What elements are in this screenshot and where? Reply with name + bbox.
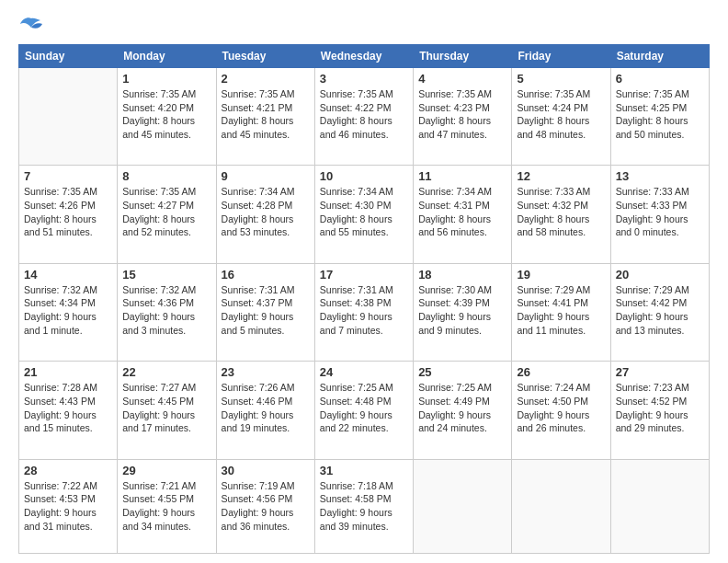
day-number: 29 xyxy=(122,464,210,477)
calendar-cell: 19Sunrise: 7:29 AMSunset: 4:41 PMDayligh… xyxy=(512,263,610,361)
calendar-week-row: 28Sunrise: 7:22 AMSunset: 4:53 PMDayligh… xyxy=(19,459,710,554)
calendar-cell: 10Sunrise: 7:34 AMSunset: 4:30 PMDayligh… xyxy=(314,166,413,263)
calendar-week-row: 1Sunrise: 7:35 AMSunset: 4:20 PMDaylight… xyxy=(19,68,710,166)
calendar-cell: 17Sunrise: 7:31 AMSunset: 4:38 PMDayligh… xyxy=(314,263,413,361)
day-info: Sunrise: 7:19 AMSunset: 4:56 PMDaylight:… xyxy=(222,479,310,534)
day-info: Sunrise: 7:33 AMSunset: 4:32 PMDaylight:… xyxy=(517,185,605,239)
day-info: Sunrise: 7:34 AMSunset: 4:28 PMDaylight:… xyxy=(222,185,310,239)
calendar-cell: 18Sunrise: 7:30 AMSunset: 4:39 PMDayligh… xyxy=(414,263,512,361)
day-info: Sunrise: 7:22 AMSunset: 4:53 PMDaylight:… xyxy=(24,479,112,534)
calendar-cell: 7Sunrise: 7:35 AMSunset: 4:26 PMDaylight… xyxy=(19,166,118,263)
calendar-week-row: 14Sunrise: 7:32 AMSunset: 4:34 PMDayligh… xyxy=(19,263,710,361)
calendar-cell: 24Sunrise: 7:25 AMSunset: 4:48 PMDayligh… xyxy=(314,362,413,459)
day-info: Sunrise: 7:31 AMSunset: 4:38 PMDaylight:… xyxy=(320,283,408,338)
calendar-cell: 4Sunrise: 7:35 AMSunset: 4:23 PMDaylight… xyxy=(414,68,512,166)
calendar-cell xyxy=(19,68,118,166)
day-info: Sunrise: 7:33 AMSunset: 4:33 PMDaylight:… xyxy=(616,185,704,239)
day-info: Sunrise: 7:35 AMSunset: 4:27 PMDaylight:… xyxy=(122,185,210,239)
day-info: Sunrise: 7:35 AMSunset: 4:20 PMDaylight:… xyxy=(122,87,210,142)
calendar-cell: 15Sunrise: 7:32 AMSunset: 4:36 PMDayligh… xyxy=(118,263,216,361)
calendar-cell: 29Sunrise: 7:21 AMSunset: 4:55 PMDayligh… xyxy=(118,459,216,554)
day-info: Sunrise: 7:35 AMSunset: 4:26 PMDaylight:… xyxy=(24,185,112,239)
calendar-cell xyxy=(512,459,610,554)
day-info: Sunrise: 7:31 AMSunset: 4:37 PMDaylight:… xyxy=(222,283,310,338)
day-number: 24 xyxy=(320,365,408,379)
day-number: 16 xyxy=(222,268,310,282)
calendar-cell: 20Sunrise: 7:29 AMSunset: 4:42 PMDayligh… xyxy=(610,263,709,361)
calendar-table: SundayMondayTuesdayWednesdayThursdayFrid… xyxy=(18,44,710,554)
day-info: Sunrise: 7:32 AMSunset: 4:36 PMDaylight:… xyxy=(122,283,210,338)
page: SundayMondayTuesdayWednesdayThursdayFrid… xyxy=(0,0,728,563)
calendar-cell: 31Sunrise: 7:18 AMSunset: 4:58 PMDayligh… xyxy=(314,459,413,554)
calendar-cell: 1Sunrise: 7:35 AMSunset: 4:20 PMDaylight… xyxy=(118,68,216,166)
day-number: 9 xyxy=(222,169,310,183)
calendar-cell: 21Sunrise: 7:28 AMSunset: 4:43 PMDayligh… xyxy=(19,362,118,459)
day-info: Sunrise: 7:35 AMSunset: 4:25 PMDaylight:… xyxy=(616,87,704,142)
day-info: Sunrise: 7:18 AMSunset: 4:58 PMDaylight:… xyxy=(320,479,408,534)
day-info: Sunrise: 7:35 AMSunset: 4:22 PMDaylight:… xyxy=(320,87,408,142)
weekday-header-wednesday: Wednesday xyxy=(314,45,413,68)
day-number: 3 xyxy=(320,72,408,86)
day-number: 26 xyxy=(517,365,605,379)
calendar-cell: 11Sunrise: 7:34 AMSunset: 4:31 PMDayligh… xyxy=(414,166,512,263)
calendar-week-row: 7Sunrise: 7:35 AMSunset: 4:26 PMDaylight… xyxy=(19,166,710,263)
day-info: Sunrise: 7:32 AMSunset: 4:34 PMDaylight:… xyxy=(24,283,112,338)
calendar-cell: 22Sunrise: 7:27 AMSunset: 4:45 PMDayligh… xyxy=(118,362,216,459)
day-number: 15 xyxy=(122,268,210,282)
day-info: Sunrise: 7:29 AMSunset: 4:41 PMDaylight:… xyxy=(517,283,605,338)
day-number: 30 xyxy=(222,464,310,477)
day-number: 28 xyxy=(24,464,112,477)
calendar-cell: 26Sunrise: 7:24 AMSunset: 4:50 PMDayligh… xyxy=(512,362,610,459)
calendar-cell: 25Sunrise: 7:25 AMSunset: 4:49 PMDayligh… xyxy=(414,362,512,459)
day-number: 18 xyxy=(418,268,506,282)
day-info: Sunrise: 7:24 AMSunset: 4:50 PMDaylight:… xyxy=(517,381,605,435)
calendar-cell: 8Sunrise: 7:35 AMSunset: 4:27 PMDaylight… xyxy=(118,166,216,263)
day-info: Sunrise: 7:35 AMSunset: 4:24 PMDaylight:… xyxy=(517,87,605,142)
day-number: 6 xyxy=(616,72,704,86)
calendar-cell: 14Sunrise: 7:32 AMSunset: 4:34 PMDayligh… xyxy=(19,263,118,361)
day-number: 31 xyxy=(320,464,408,477)
logo-icon xyxy=(18,15,44,35)
day-info: Sunrise: 7:35 AMSunset: 4:21 PMDaylight:… xyxy=(222,87,310,142)
logo xyxy=(18,15,48,35)
day-number: 19 xyxy=(517,268,605,282)
day-number: 13 xyxy=(616,169,704,183)
calendar-cell: 23Sunrise: 7:26 AMSunset: 4:46 PMDayligh… xyxy=(216,362,314,459)
day-number: 20 xyxy=(616,268,704,282)
weekday-header-saturday: Saturday xyxy=(610,45,709,68)
header xyxy=(18,15,710,35)
day-number: 12 xyxy=(517,169,605,183)
day-number: 2 xyxy=(222,72,310,86)
day-number: 10 xyxy=(320,169,408,183)
calendar-cell: 13Sunrise: 7:33 AMSunset: 4:33 PMDayligh… xyxy=(610,166,709,263)
day-number: 17 xyxy=(320,268,408,282)
day-info: Sunrise: 7:30 AMSunset: 4:39 PMDaylight:… xyxy=(418,283,506,338)
weekday-header-tuesday: Tuesday xyxy=(216,45,314,68)
day-number: 1 xyxy=(122,72,210,86)
calendar-cell: 12Sunrise: 7:33 AMSunset: 4:32 PMDayligh… xyxy=(512,166,610,263)
day-number: 5 xyxy=(517,72,605,86)
calendar-cell: 2Sunrise: 7:35 AMSunset: 4:21 PMDaylight… xyxy=(216,68,314,166)
day-number: 8 xyxy=(122,169,210,183)
day-info: Sunrise: 7:35 AMSunset: 4:23 PMDaylight:… xyxy=(418,87,506,142)
day-number: 21 xyxy=(24,365,112,379)
calendar-cell: 16Sunrise: 7:31 AMSunset: 4:37 PMDayligh… xyxy=(216,263,314,361)
day-info: Sunrise: 7:25 AMSunset: 4:49 PMDaylight:… xyxy=(418,381,506,435)
day-info: Sunrise: 7:25 AMSunset: 4:48 PMDaylight:… xyxy=(320,381,408,435)
day-info: Sunrise: 7:21 AMSunset: 4:55 PMDaylight:… xyxy=(122,479,210,534)
day-info: Sunrise: 7:28 AMSunset: 4:43 PMDaylight:… xyxy=(24,381,112,435)
day-number: 7 xyxy=(24,169,112,183)
day-info: Sunrise: 7:34 AMSunset: 4:30 PMDaylight:… xyxy=(320,185,408,239)
weekday-header-row: SundayMondayTuesdayWednesdayThursdayFrid… xyxy=(19,45,710,68)
calendar-cell: 5Sunrise: 7:35 AMSunset: 4:24 PMDaylight… xyxy=(512,68,610,166)
calendar-cell: 3Sunrise: 7:35 AMSunset: 4:22 PMDaylight… xyxy=(314,68,413,166)
day-number: 11 xyxy=(418,169,506,183)
weekday-header-thursday: Thursday xyxy=(414,45,512,68)
calendar-cell: 28Sunrise: 7:22 AMSunset: 4:53 PMDayligh… xyxy=(19,459,118,554)
calendar-cell: 6Sunrise: 7:35 AMSunset: 4:25 PMDaylight… xyxy=(610,68,709,166)
weekday-header-monday: Monday xyxy=(118,45,216,68)
calendar-cell: 27Sunrise: 7:23 AMSunset: 4:52 PMDayligh… xyxy=(610,362,709,459)
calendar-cell xyxy=(414,459,512,554)
day-number: 27 xyxy=(616,365,704,379)
day-info: Sunrise: 7:26 AMSunset: 4:46 PMDaylight:… xyxy=(222,381,310,435)
